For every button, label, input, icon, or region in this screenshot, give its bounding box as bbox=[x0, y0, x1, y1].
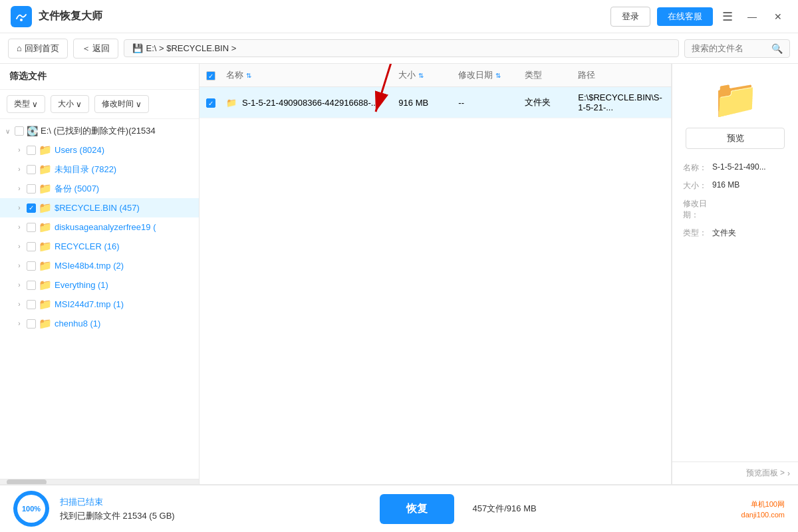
filter-time-label: 修改时间 bbox=[102, 98, 134, 110]
titlebar-actions: 登录 在线客服 ☰ — ✕ bbox=[610, 7, 787, 27]
tree-item-msi244[interactable]: › 📁 MSI244d7.tmp (1) bbox=[0, 295, 199, 314]
sidebar: 筛选文件 类型 ∨ 大小 ∨ 修改时间 ∨ ∨ 💽 E:\ (已找到的删除文件)… bbox=[0, 64, 200, 484]
tree-item-recycler-label: RECYCLER (16) bbox=[55, 241, 120, 251]
disk-icon: 💽 bbox=[27, 126, 38, 136]
row-date: -- bbox=[458, 98, 525, 108]
filter-type-button[interactable]: 类型 ∨ bbox=[7, 95, 45, 113]
folder-icon: 📁 bbox=[39, 144, 52, 156]
check-msle[interactable] bbox=[27, 261, 36, 271]
home-button[interactable]: ⌂ 回到首页 bbox=[8, 39, 68, 59]
arrow-icon: › bbox=[15, 320, 24, 327]
meta-date-row: 修改日期： bbox=[683, 198, 787, 221]
app-title: 文件恢复大师 bbox=[39, 9, 604, 23]
filter-time-arrow: ∨ bbox=[136, 100, 142, 109]
filter-size-button[interactable]: 大小 ∨ bbox=[51, 95, 89, 113]
tree-item-backup-label: 备份 (5007) bbox=[55, 183, 99, 195]
arrow-icon: › bbox=[15, 223, 24, 231]
disk-icon: 💾 bbox=[132, 43, 143, 53]
row-check[interactable]: ✓ bbox=[206, 98, 226, 108]
tree-item-diskusage[interactable]: › 📁 diskusageanalyzerfree19 ( bbox=[0, 217, 199, 237]
tree-item-everything[interactable]: › 📁 Everything (1) bbox=[0, 275, 199, 295]
tree-item-unknown-label: 未知目录 (7822) bbox=[55, 164, 116, 176]
close-button[interactable]: ✕ bbox=[769, 9, 787, 25]
check-everything[interactable] bbox=[27, 281, 36, 290]
tree-item-recycle-label: $RECYCLE.BIN (457) bbox=[55, 203, 140, 213]
header-size[interactable]: 大小 ⇅ bbox=[398, 69, 458, 81]
filter-type-arrow: ∨ bbox=[32, 100, 38, 109]
tree-item-msle[interactable]: › 📁 MSIe48b4.tmp (2) bbox=[0, 256, 199, 275]
header-name[interactable]: 名称 ⇅ bbox=[226, 69, 398, 81]
statusbar: 100% 扫描已结束 找到已删除文件 21534 (5 GB) 恢复 457文件… bbox=[0, 484, 798, 532]
tree-item-backup[interactable]: › 📁 备份 (5007) bbox=[0, 179, 199, 198]
arrow-icon: › bbox=[15, 146, 24, 154]
check-users[interactable] bbox=[27, 146, 36, 155]
check-root[interactable] bbox=[15, 126, 24, 136]
preview-button[interactable]: 预览 bbox=[686, 128, 785, 149]
back-button[interactable]: ＜ 返回 bbox=[73, 39, 119, 59]
meta-date-label: 修改日期： bbox=[683, 198, 712, 221]
meta-name-row: 名称： S-1-5-21-490... bbox=[683, 162, 787, 174]
titlebar: 文件恢复大师 登录 在线客服 ☰ — ✕ bbox=[0, 0, 798, 33]
tree-item-root[interactable]: ∨ 💽 E:\ (已找到的删除文件)(21534 bbox=[0, 122, 199, 140]
check-recycle[interactable]: ✓ bbox=[27, 203, 36, 213]
home-icon: ⌂ bbox=[17, 43, 22, 53]
header-type: 类型 bbox=[525, 69, 578, 81]
tree-item-recycle[interactable]: › ✓ 📁 $RECYCLE.BIN (457) bbox=[0, 198, 199, 217]
watermark-line1: 单机100网 bbox=[751, 499, 785, 509]
arrow-icon: › bbox=[15, 281, 24, 289]
home-label: 回到首页 bbox=[25, 43, 59, 55]
sort-size-icon: ⇅ bbox=[418, 72, 424, 79]
file-row[interactable]: ✓ 📁 S-1-5-21-490908366-442916688-... 916… bbox=[200, 87, 671, 118]
app-logo bbox=[11, 6, 32, 27]
arrow-icon: › bbox=[15, 185, 24, 192]
menu-button[interactable]: ☰ bbox=[720, 7, 735, 27]
meta-name-label: 名称： bbox=[683, 162, 712, 174]
filter-time-button[interactable]: 修改时间 ∨ bbox=[94, 95, 149, 113]
preview-footer-icon: › bbox=[787, 469, 790, 478]
found-text: 找到已删除文件 21534 (5 GB) bbox=[60, 510, 175, 522]
service-button[interactable]: 在线客服 bbox=[657, 7, 713, 26]
minimize-button[interactable]: — bbox=[742, 9, 762, 25]
check-unknown[interactable] bbox=[27, 165, 36, 174]
status-text: 扫描已结束 找到已删除文件 21534 (5 GB) bbox=[60, 496, 175, 522]
check-backup[interactable] bbox=[27, 184, 36, 194]
sort-name-icon: ⇅ bbox=[246, 72, 251, 79]
search-input[interactable] bbox=[692, 43, 771, 53]
folder-icon: 📁 bbox=[39, 240, 52, 253]
path-text: E:\ > $RECYCLE.BIN > bbox=[146, 43, 236, 53]
login-button[interactable]: 登录 bbox=[610, 7, 650, 27]
tree-item-chenhu8[interactable]: › 📁 chenhu8 (1) bbox=[0, 314, 199, 333]
folder-icon: 📁 bbox=[39, 317, 52, 330]
filter-type-label: 类型 bbox=[14, 98, 30, 110]
search-button[interactable]: 🔍 bbox=[771, 43, 783, 54]
folder-icon: 📁 bbox=[39, 221, 52, 233]
check-msi244[interactable] bbox=[27, 300, 36, 309]
scrollbar-thumb[interactable] bbox=[7, 479, 47, 484]
scan-done-text: 扫描已结束 bbox=[60, 496, 175, 508]
arrow-icon: › bbox=[15, 262, 24, 269]
preview-footer-label: 预览面板 > bbox=[746, 467, 785, 479]
meta-size-value: 916 MB bbox=[712, 180, 787, 190]
preview-panel: 📁 预览 名称： S-1-5-21-490... 大小： 916 MB 修改日期… bbox=[672, 64, 798, 484]
arrow-icon: › bbox=[15, 204, 24, 211]
tree-item-msle-label: MSIe48b4.tmp (2) bbox=[55, 261, 124, 271]
recover-button[interactable]: 恢复 bbox=[380, 494, 454, 524]
folder-icon: 📁 bbox=[39, 163, 52, 176]
header-date[interactable]: 修改日期 ⇅ bbox=[458, 69, 525, 81]
horizontal-scrollbar[interactable] bbox=[0, 479, 199, 484]
preview-footer[interactable]: 预览面板 > › bbox=[672, 462, 798, 484]
tree-item-root-label: E:\ (已找到的删除文件)(21534 bbox=[41, 125, 156, 137]
annotation-area bbox=[200, 118, 671, 484]
tree-item-users[interactable]: › 📁 Users (8024) bbox=[0, 140, 199, 160]
path-bar[interactable]: 💾 E:\ > $RECYCLE.BIN > bbox=[124, 39, 679, 57]
header-check[interactable]: ✓ bbox=[206, 70, 226, 80]
check-diskusage[interactable] bbox=[27, 223, 36, 232]
tree-item-users-label: Users (8024) bbox=[55, 145, 104, 155]
tree-item-msi244-label: MSI244d7.tmp (1) bbox=[55, 299, 124, 309]
folder-icon: 📁 bbox=[39, 201, 52, 214]
tree-item-unknown[interactable]: › 📁 未知目录 (7822) bbox=[0, 160, 199, 179]
tree-item-everything-label: Everything (1) bbox=[55, 280, 108, 290]
check-recycler[interactable] bbox=[27, 242, 36, 251]
check-chenhu8[interactable] bbox=[27, 319, 36, 329]
tree-item-recycler[interactable]: › 📁 RECYCLER (16) bbox=[0, 237, 199, 256]
